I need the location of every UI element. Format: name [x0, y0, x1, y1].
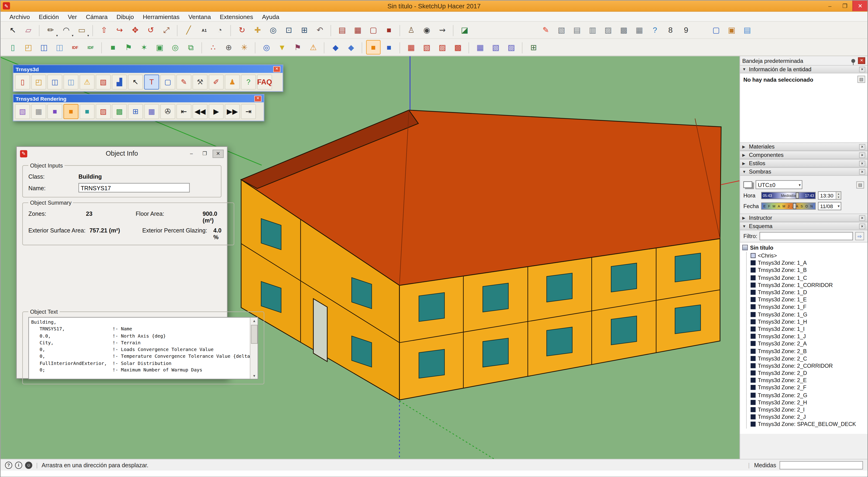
- section-close-icon[interactable]: ✕: [859, 144, 865, 150]
- outliner-item[interactable]: Trnsys3d Zone: 2_F: [750, 384, 867, 391]
- date-slider-thumb[interactable]: [793, 203, 796, 209]
- measurements-input[interactable]: [780, 461, 863, 469]
- plugin-panel-button[interactable]: ▤: [740, 23, 754, 37]
- zone-box-button[interactable]: ▣: [153, 40, 167, 55]
- new-zone-button[interactable]: ■: [106, 40, 120, 55]
- previous-view-button[interactable]: ↶: [313, 23, 327, 37]
- zone-target-button[interactable]: ◎: [168, 40, 182, 55]
- tray-close-icon[interactable]: ✕: [858, 57, 865, 64]
- section-shadows[interactable]: ▼ Sombras ✕: [740, 167, 868, 176]
- menu-item[interactable]: Extensiones: [215, 13, 258, 20]
- outliner-item[interactable]: Trnsys3d Zone: 2_C: [750, 355, 867, 362]
- scroll-down-icon[interactable]: ▼: [252, 373, 256, 379]
- trnsys-blue-cube-button[interactable]: ■: [382, 40, 396, 55]
- date-value-select[interactable]: 11/08: [818, 202, 841, 210]
- rewind-button[interactable]: ◀◀: [193, 104, 208, 119]
- outliner-item[interactable]: Trnsys3d Zone: SPACE_BELOW_DECK: [750, 421, 867, 428]
- wire-cube-3-button[interactable]: ▨: [504, 40, 519, 55]
- outliner-item[interactable]: Trnsys3d Zone: 1_C: [750, 274, 867, 281]
- new-file-button[interactable]: ▯: [6, 40, 20, 55]
- dialog-maximize-button[interactable]: ❐: [199, 150, 210, 158]
- red-cube-4-button[interactable]: ▩: [451, 40, 465, 55]
- entity-details-button[interactable]: ▤: [857, 76, 865, 83]
- pin-icon[interactable]: [851, 59, 855, 63]
- view-top-button[interactable]: ▤: [570, 23, 584, 37]
- outliner-item[interactable]: Trnsys3d Zone: 1_E: [750, 296, 867, 304]
- outliner-item[interactable]: Trnsys3d Zone: 1_I: [750, 325, 867, 333]
- time-value-spinner[interactable]: 13:30 ▲▼: [818, 191, 841, 200]
- outliner-root-item[interactable]: Sin título: [742, 244, 867, 252]
- menu-item[interactable]: Edición: [34, 13, 63, 20]
- zoom-tool[interactable]: ◎: [266, 23, 280, 37]
- section-close-icon[interactable]: ✕: [859, 161, 865, 166]
- red-cube-2-button[interactable]: ▧: [420, 40, 434, 55]
- object-text-area[interactable]: Building, TRNSYS17, !- Name 0.0, !- Nort…: [28, 317, 258, 380]
- style-wireframe-button[interactable]: ▦: [350, 23, 365, 37]
- outliner-item[interactable]: Trnsys3d Zone: 1_F: [750, 303, 867, 311]
- zone-flag-button[interactable]: ⚑: [121, 40, 136, 55]
- search-button[interactable]: ◎: [259, 40, 274, 55]
- shape-tool[interactable]: ▭: [74, 23, 89, 37]
- outliner-item[interactable]: Trnsys3d Zone: 2_B: [750, 347, 867, 355]
- wire-cube-1-button[interactable]: ▦: [473, 40, 487, 55]
- red-cube-3-button[interactable]: ▨: [435, 40, 450, 55]
- section-instructor[interactable]: ▶ Instructor ✕: [740, 214, 868, 222]
- section-close-icon[interactable]: ✕: [859, 215, 865, 221]
- scrollbar[interactable]: ▲ ▼: [250, 318, 258, 379]
- export-idf-button[interactable]: IDF: [84, 40, 98, 55]
- style-hiddenline-button[interactable]: ▢: [366, 23, 381, 37]
- rendering-toolbar-titlebar[interactable]: Trnsys3d Rendering ✕: [13, 95, 264, 102]
- convert-button[interactable]: ♟: [225, 74, 240, 90]
- section-styles[interactable]: ▶ Estilos ✕: [740, 159, 868, 167]
- monitor-button[interactable]: ▢: [160, 74, 175, 90]
- zone-star-button[interactable]: ✶: [137, 40, 151, 55]
- account-icon[interactable]: ☺: [25, 462, 32, 469]
- push-pull-tool[interactable]: ⇧: [97, 23, 111, 37]
- time-slider-thumb[interactable]: [796, 193, 799, 199]
- wrench-pencil-button[interactable]: ✐: [209, 74, 224, 90]
- section-plane-tool[interactable]: ◪: [458, 23, 472, 37]
- section-outliner[interactable]: ▼ Esquema ✕: [740, 222, 868, 230]
- launch-button[interactable]: ∴: [206, 40, 220, 55]
- scale-tool[interactable]: ⤢: [159, 23, 174, 37]
- import-idf-button[interactable]: IDF: [68, 40, 82, 55]
- edit-red-button[interactable]: ✎: [176, 74, 191, 90]
- spin-up-icon[interactable]: ▲: [836, 192, 841, 196]
- menu-item[interactable]: Ventana: [184, 13, 215, 20]
- orange-cube-button[interactable]: ■: [63, 104, 79, 119]
- scenes-8-button[interactable]: 8: [663, 23, 678, 37]
- star-button[interactable]: ✳: [237, 40, 251, 55]
- viewport-3d[interactable]: Trnsys3d ✕ ▯ ◰ ◫ ◫ ⚠ ▧: [0, 56, 739, 459]
- pan-tool[interactable]: ✚: [250, 23, 265, 37]
- outliner-item[interactable]: Trnsys3d Zone: 2_D: [750, 369, 867, 377]
- dialog-minimize-button[interactable]: –: [186, 150, 197, 158]
- section-materials[interactable]: ▶ Materiales ✕: [740, 142, 868, 151]
- minimize-button[interactable]: –: [822, 0, 837, 11]
- multi-cube-button[interactable]: ▩: [112, 104, 127, 119]
- shield-2-button[interactable]: ◆: [344, 40, 358, 55]
- outliner-item[interactable]: Trnsys3d Zone: 1_H: [750, 318, 867, 325]
- sketchup-logo-button[interactable]: ✎: [539, 23, 553, 37]
- trnsys-orange-cube-button[interactable]: ■: [366, 40, 381, 55]
- faq-button[interactable]: FAQ: [257, 74, 272, 90]
- save-idf-as-button[interactable]: ◫: [63, 74, 79, 90]
- outliner-item[interactable]: Trnsys3d Zone: 1_A: [750, 259, 867, 267]
- outliner-item[interactable]: Trnsys3d Zone: 1_J: [750, 333, 867, 340]
- record-button[interactable]: ✇: [160, 104, 175, 119]
- show-errors-button[interactable]: ⚠: [80, 74, 95, 90]
- view-back-button[interactable]: ▩: [616, 23, 631, 37]
- zone-cube-button[interactable]: ▧: [96, 74, 111, 90]
- zoom-window-tool[interactable]: ⊡: [281, 23, 296, 37]
- chart-button[interactable]: ▟: [112, 74, 127, 90]
- view-right-button[interactable]: ▨: [601, 23, 615, 37]
- orbit-tool[interactable]: ↻: [235, 23, 249, 37]
- section-close-icon[interactable]: ✕: [859, 223, 865, 229]
- arc-tool[interactable]: ◠: [59, 23, 73, 37]
- dialog-close-button[interactable]: ✕: [213, 150, 224, 158]
- date-slider[interactable]: EFMAMJJASOND: [761, 202, 816, 210]
- menu-item[interactable]: Dibujo: [112, 13, 138, 20]
- outliner-filter-input[interactable]: [760, 232, 853, 241]
- schedule-button[interactable]: ⊞: [526, 40, 541, 55]
- skip-end-button[interactable]: ⇥: [241, 104, 256, 119]
- outliner-item[interactable]: Trnsys3d Zone: 2_H: [750, 399, 867, 406]
